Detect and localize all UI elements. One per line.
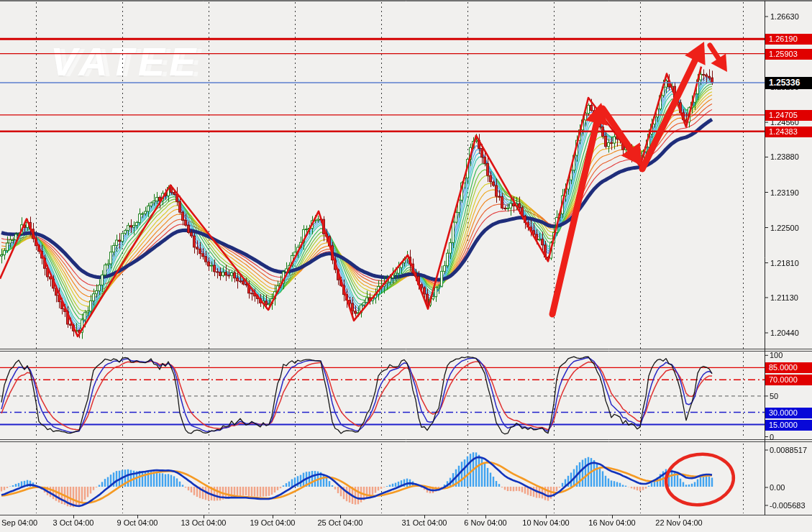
- chart-canvas[interactable]: [0, 1, 812, 532]
- trading-chart-window: VATEE 1.266301.259401.252501.245601.2388…: [0, 0, 812, 532]
- price-axis[interactable]: [765, 1, 812, 515]
- time-axis[interactable]: [0, 515, 765, 532]
